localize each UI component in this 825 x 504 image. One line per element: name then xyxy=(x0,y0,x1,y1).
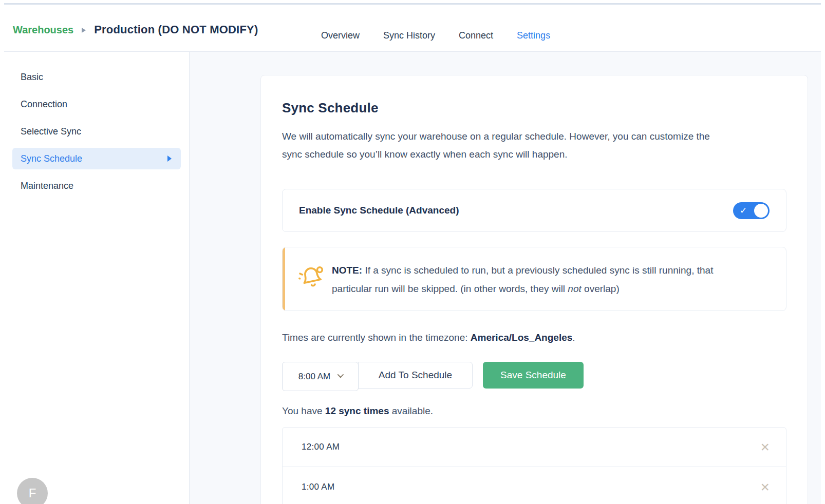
note-text: NOTE: If a sync is scheduled to run, but… xyxy=(332,261,713,298)
chevron-down-icon xyxy=(338,372,344,378)
sync-times-list: 12:00 AM × 1:00 AM × xyxy=(282,427,786,504)
sidebar-item-label: Connection xyxy=(21,99,67,110)
description-line1: We will automatically sync your warehous… xyxy=(282,127,786,145)
time-select-value: 8:00 AM xyxy=(298,372,330,382)
breadcrumb-current-page: Production (DO NOT MODIFY) xyxy=(94,23,258,36)
toggle-check-icon: ✓ xyxy=(740,205,747,216)
sidebar-item-maintenance[interactable]: Maintenance xyxy=(12,175,181,197)
active-arrow-icon xyxy=(167,156,172,162)
page-header: Warehouses Production (DO NOT MODIFY) Ov… xyxy=(4,5,821,52)
avatar-initial: F xyxy=(29,486,36,500)
sync-times-availability: You have 12 sync times available. xyxy=(282,405,786,417)
note-callout: NOTE: If a sync is scheduled to run, but… xyxy=(282,247,786,311)
page-title: Sync Schedule xyxy=(282,100,786,116)
sidebar-item-label: Sync Schedule xyxy=(21,153,82,164)
sidebar-item-connection[interactable]: Connection xyxy=(12,93,181,115)
sidebar-item-label: Basic xyxy=(21,72,43,83)
remove-time-icon[interactable]: × xyxy=(758,479,772,495)
app-window: Warehouses Production (DO NOT MODIFY) Ov… xyxy=(0,0,825,504)
sync-time-row: 1:00 AM × xyxy=(283,467,786,504)
timezone-value: America/Los_Angeles xyxy=(471,332,573,343)
sync-time-row: 12:00 AM × xyxy=(283,428,786,467)
sidebar-item-sync-schedule[interactable]: Sync Schedule xyxy=(12,148,181,169)
schedule-controls: 8:00 AM Add To Schedule Save Schedule xyxy=(282,362,786,391)
save-schedule-button[interactable]: Save Schedule xyxy=(483,362,584,389)
note-accent-bar xyxy=(283,247,285,311)
note-label: NOTE: xyxy=(332,265,362,276)
enable-sync-schedule-toggle[interactable]: ✓ xyxy=(733,202,770,219)
breadcrumb-warehouses-link[interactable]: Warehouses xyxy=(13,24,73,36)
availability-count: 12 sync times xyxy=(325,405,389,416)
content-area: Sync Schedule We will automatically sync… xyxy=(190,52,821,504)
toggle-knob xyxy=(754,204,768,218)
breadcrumb-separator-icon xyxy=(82,28,86,33)
add-to-schedule-button[interactable]: Add To Schedule xyxy=(358,362,473,389)
sync-schedule-card: Sync Schedule We will automatically sync… xyxy=(260,75,808,504)
sidebar-nav: Basic Connection Selective Sync Sync Sch… xyxy=(4,52,189,197)
sidebar-item-label: Maintenance xyxy=(21,181,73,191)
time-select[interactable]: 8:00 AM xyxy=(282,362,359,391)
schedule-description: We will automatically sync your warehous… xyxy=(282,127,786,163)
sidebar-item-basic[interactable]: Basic xyxy=(12,66,181,88)
breadcrumb: Warehouses Production (DO NOT MODIFY) xyxy=(13,23,258,36)
bell-icon xyxy=(297,264,326,292)
avatar[interactable]: F xyxy=(17,478,48,504)
enable-sync-schedule-label: Enable Sync Schedule (Advanced) xyxy=(299,205,459,216)
description-line2: sync schedule so you’ll know exactly whe… xyxy=(282,145,786,163)
sync-time-label: 12:00 AM xyxy=(302,442,340,452)
remove-time-icon[interactable]: × xyxy=(758,439,772,455)
note-italic-word: not xyxy=(568,283,581,294)
header-tabs: OverviewSync HistoryConnectSettings xyxy=(321,30,550,51)
timezone-text: Times are currently shown in the timezon… xyxy=(282,332,786,343)
sidebar-item-label: Selective Sync xyxy=(21,126,81,137)
sync-time-label: 1:00 AM xyxy=(302,482,334,492)
sidebar-item-selective-sync[interactable]: Selective Sync xyxy=(12,121,181,142)
sidebar: Basic Connection Selective Sync Sync Sch… xyxy=(4,52,190,504)
enable-sync-schedule-row: Enable Sync Schedule (Advanced) ✓ xyxy=(282,189,786,232)
